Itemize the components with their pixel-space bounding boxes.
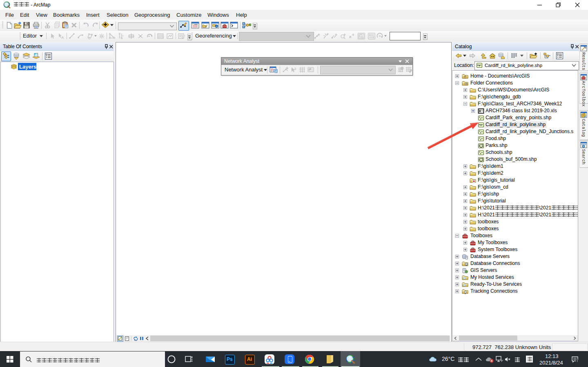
svg-text:A: A xyxy=(61,36,64,40)
